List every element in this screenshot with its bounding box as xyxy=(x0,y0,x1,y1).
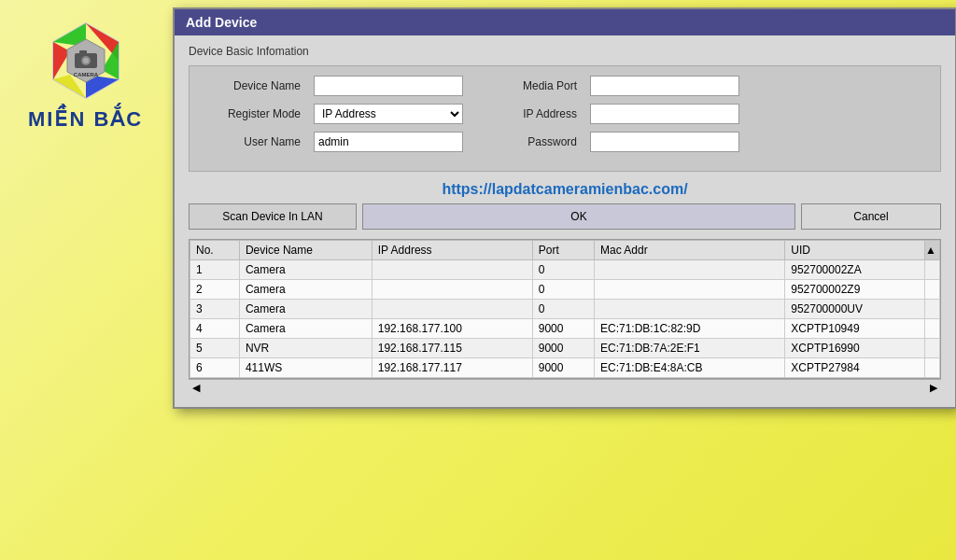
table-cell-port: 9000 xyxy=(532,319,594,339)
svg-rect-5 xyxy=(79,50,87,54)
col-mac-addr: Mac Addr xyxy=(595,241,785,260)
table-cell-port: 9000 xyxy=(532,339,594,358)
svg-point-4 xyxy=(83,58,89,63)
table-cell-port: 0 xyxy=(532,260,594,280)
table-cell-scroll xyxy=(925,300,940,319)
table-cell-ip xyxy=(372,280,532,300)
table-cell-no: 2 xyxy=(190,280,240,300)
button-row: Scan Device In LAN OK Cancel xyxy=(189,203,941,230)
table-cell-no: 4 xyxy=(190,319,240,339)
form-row-register-mode: Register Mode IP Address Domain DDNS IP … xyxy=(204,104,926,124)
password-label: Password xyxy=(499,135,583,148)
table-cell-scroll xyxy=(925,358,940,378)
form-row-username: User Name Password xyxy=(204,132,926,152)
table-cell-uid: 952700000UV xyxy=(785,300,925,319)
scroll-indicator: ◀ ▶ xyxy=(189,379,941,396)
table-row[interactable]: 4Camera192.168.177.1009000EC:71:DB:1C:82… xyxy=(190,319,940,339)
table-cell-uid: XCPTP16990 xyxy=(785,339,925,358)
register-mode-label: Register Mode xyxy=(204,107,306,120)
user-name-label: User Name xyxy=(204,135,306,148)
section-label: Device Basic Infomation xyxy=(189,45,941,58)
watermark-text: https://lapdatcameramienbac.com/ xyxy=(189,181,941,198)
col-ip-address: IP Address xyxy=(372,241,532,260)
table-header: No. Device Name IP Address Port Mac Addr… xyxy=(190,241,940,260)
form-section: Device Name Media Port Register Mode IP … xyxy=(189,65,941,172)
table-row[interactable]: 6411WS192.168.177.1179000EC:71:DB:E4:8A:… xyxy=(190,358,940,378)
table-cell-scroll xyxy=(925,339,940,358)
table-cell-device_name: Camera xyxy=(239,260,372,280)
table-cell-ip: 192.168.177.117 xyxy=(372,358,532,378)
table-cell-uid: XCPTP10949 xyxy=(785,319,925,339)
ip-address-input[interactable] xyxy=(590,104,739,124)
password-input[interactable] xyxy=(590,132,739,152)
table-cell-no: 6 xyxy=(190,358,240,378)
table-row[interactable]: 1Camera0952700002ZA xyxy=(190,260,940,280)
table-cell-device_name: NVR xyxy=(239,339,372,358)
brand-name: MIỀN BẮC xyxy=(28,107,143,132)
form-row-device-name: Device Name Media Port xyxy=(204,76,926,96)
device-name-label: Device Name xyxy=(204,79,306,92)
table-row[interactable]: 2Camera0952700002Z9 xyxy=(190,280,940,300)
scroll-right-icon[interactable]: ▶ xyxy=(930,382,937,394)
table-cell-ip xyxy=(372,260,532,280)
dialog-titlebar: Add Device xyxy=(175,9,955,35)
col-scroll[interactable]: ▲ xyxy=(925,241,940,260)
table-cell-mac xyxy=(595,260,785,280)
svg-text:CAMERA: CAMERA xyxy=(73,72,98,77)
table-cell-device_name: Camera xyxy=(239,280,372,300)
col-uid: UID xyxy=(785,241,925,260)
table-cell-mac xyxy=(595,300,785,319)
col-device-name: Device Name xyxy=(239,241,372,260)
table-cell-ip xyxy=(372,300,532,319)
logo-area: CAMERA MIỀN BẮC xyxy=(28,19,143,132)
table-cell-uid: 952700002Z9 xyxy=(785,280,925,300)
table-cell-mac: EC:71:DB:1C:82:9D xyxy=(595,319,785,339)
device-table: No. Device Name IP Address Port Mac Addr… xyxy=(190,240,940,378)
add-device-dialog: Add Device Device Basic Infomation Devic… xyxy=(173,7,956,409)
table-body: 1Camera0952700002ZA2Camera0952700002Z93C… xyxy=(190,260,940,378)
table-cell-device_name: 411WS xyxy=(239,358,372,378)
table-row[interactable]: 3Camera0952700000UV xyxy=(190,300,940,319)
table-cell-device_name: Camera xyxy=(239,300,372,319)
col-port: Port xyxy=(532,241,594,260)
table-cell-uid: XCPTP27984 xyxy=(785,358,925,378)
table-cell-mac: EC:71:DB:E4:8A:CB xyxy=(595,358,785,378)
table-cell-scroll xyxy=(925,319,940,339)
device-name-input[interactable] xyxy=(314,76,463,96)
table-cell-port: 9000 xyxy=(532,358,594,378)
table-row[interactable]: 5NVR192.168.177.1159000EC:71:DB:7A:2E:F1… xyxy=(190,339,940,358)
table-cell-no: 1 xyxy=(190,260,240,280)
scroll-left-icon[interactable]: ◀ xyxy=(192,382,200,394)
table-cell-mac: EC:71:DB:7A:2E:F1 xyxy=(595,339,785,358)
table-cell-scroll xyxy=(925,280,940,300)
table-cell-port: 0 xyxy=(532,280,594,300)
ip-address-label: IP Address xyxy=(499,107,583,120)
table-cell-device_name: Camera xyxy=(239,319,372,339)
scan-device-button[interactable]: Scan Device In LAN xyxy=(189,203,357,230)
user-name-input[interactable] xyxy=(314,132,463,152)
table-cell-scroll xyxy=(925,260,940,280)
table-cell-ip: 192.168.177.100 xyxy=(372,319,532,339)
media-port-label: Media Port xyxy=(499,79,583,92)
table-cell-ip: 192.168.177.115 xyxy=(372,339,532,358)
logo-hexagon: CAMERA xyxy=(44,19,128,103)
table-cell-port: 0 xyxy=(532,300,594,319)
register-mode-select[interactable]: IP Address Domain DDNS xyxy=(314,104,463,124)
dialog-body: Device Basic Infomation Device Name Medi… xyxy=(175,35,955,407)
table-cell-mac xyxy=(595,280,785,300)
media-port-input[interactable] xyxy=(590,76,739,96)
table-cell-no: 3 xyxy=(190,300,240,319)
device-table-container: No. Device Name IP Address Port Mac Addr… xyxy=(189,239,941,379)
ok-button[interactable]: OK xyxy=(362,203,795,230)
dialog-title: Add Device xyxy=(186,15,257,30)
device-table-wrapper: No. Device Name IP Address Port Mac Addr… xyxy=(189,239,941,396)
table-cell-uid: 952700002ZA xyxy=(785,260,925,280)
cancel-button[interactable]: Cancel xyxy=(801,203,941,230)
table-cell-no: 5 xyxy=(190,339,240,358)
col-no: No. xyxy=(190,241,240,260)
